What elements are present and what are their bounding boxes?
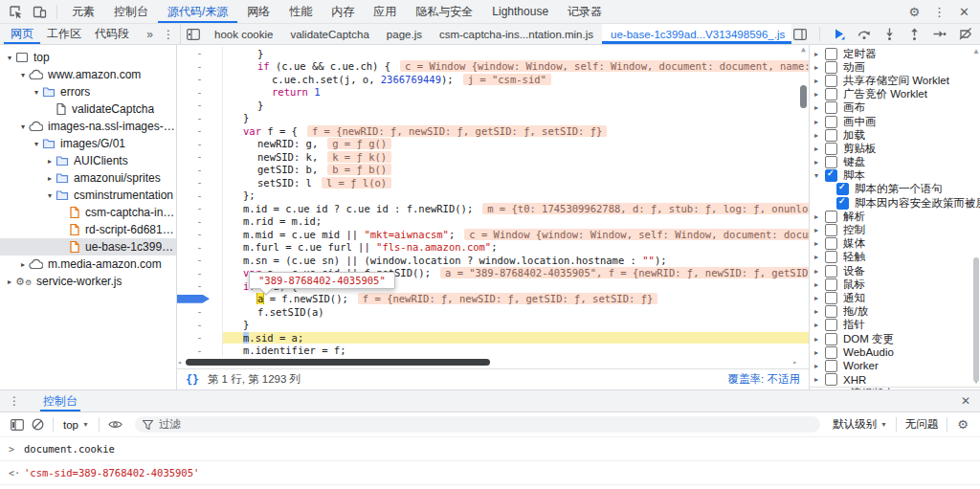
breakpoint-item[interactable]: ▸加载 [810, 128, 980, 142]
breakpoint-item[interactable]: ▸键盘 [810, 156, 980, 169]
chevron-right-icon[interactable]: ▸ [814, 362, 825, 370]
breakpoint-item[interactable]: 脚本因内容安全政策而被屏蔽 [810, 196, 980, 210]
chevron-right-icon[interactable]: ▸ [814, 103, 825, 112]
chevron-right-icon[interactable]: ▸ [44, 157, 56, 166]
main-tab-内存[interactable]: 内存 [322, 0, 364, 23]
chevron-right-icon[interactable]: ▸ [814, 294, 825, 302]
scroll-up-arrow-icon[interactable]: ▲ [972, 47, 980, 56]
breakpoint-checkbox[interactable] [836, 197, 849, 210]
breakpoint-checkbox[interactable] [825, 251, 837, 263]
chevron-right-icon[interactable]: ▸ [44, 174, 56, 183]
tree-item-errors[interactable]: ▾errors [0, 83, 176, 100]
code-editor[interactable]: -}-if (c.ue && c.ue.ch) {c = Window {win… [177, 45, 809, 368]
gutter-fold-marker[interactable]: - [177, 305, 223, 319]
issues-counter[interactable]: 无问题 [902, 417, 943, 432]
gutter-fold-marker[interactable]: - [177, 331, 223, 345]
tree-item-imagesG01[interactable]: ▾images/G/01 [0, 135, 176, 152]
breakpoint-checkbox[interactable] [825, 224, 837, 236]
gutter-fold-marker[interactable]: - [177, 189, 223, 203]
breakpoint-checkbox[interactable] [825, 129, 837, 142]
log-level-selector[interactable]: 默认级别▼ [829, 417, 891, 432]
chevron-right-icon[interactable]: ▸ [4, 278, 15, 286]
gutter-fold-marker[interactable]: - [177, 86, 223, 100]
gutter-fold-marker[interactable]: - [177, 254, 223, 267]
main-tab-应用[interactable]: 应用 [364, 0, 406, 23]
main-tab-元素[interactable]: 元素 [62, 0, 104, 23]
gutter-fold-marker[interactable]: - [177, 267, 223, 280]
gutter-fold-marker[interactable]: - [177, 228, 223, 241]
breakpoint-item[interactable]: ▸鼠标 [810, 278, 980, 291]
drawer-more-menu-icon[interactable]: ⋮ [0, 394, 29, 408]
breakpoint-item[interactable]: ▸解析 [810, 210, 980, 223]
step-into-icon[interactable] [883, 28, 896, 40]
scroll-up-arrow-icon[interactable]: ▲ [798, 45, 809, 54]
chevron-right-icon[interactable]: ▸ [814, 321, 825, 329]
chevron-right-icon[interactable]: ▸ [814, 239, 825, 248]
gutter-fold-marker[interactable]: - [177, 345, 223, 358]
tree-item-images-na.ssl-images-a...[interactable]: ▾images-na.ssl-images-a... [0, 118, 176, 135]
breakpoint-checkbox[interactable] [825, 48, 837, 60]
breakpoints-scroll-thumb[interactable] [973, 257, 979, 382]
context-selector[interactable]: top▼ [58, 419, 94, 431]
breakpoint-item[interactable]: ▸Worker [810, 359, 980, 372]
breakpoint-checkbox[interactable] [825, 305, 837, 318]
breakpoint-item[interactable]: ▸广告竞价 Worklet [810, 88, 980, 101]
chevron-right-icon[interactable]: ▸ [814, 131, 825, 140]
gutter-fold-marker[interactable]: - [177, 47, 223, 60]
file-tab[interactable]: ue-base-1c399ad...V313498596_.js✕ [602, 24, 791, 44]
resume-script-icon[interactable] [833, 28, 845, 40]
breakpoint-checkbox[interactable] [825, 265, 837, 278]
tree-item-m.media-amazon.com[interactable]: ▸m.media-amazon.com [0, 256, 176, 273]
csp-violation-breakpoints-section[interactable]: ▸CSP 违规断点 [810, 387, 980, 389]
breakpoint-checkbox[interactable] [825, 237, 837, 250]
editor-horizontal-scrollbar[interactable]: ◂ ▸ [177, 358, 797, 367]
file-tab[interactable]: page.js [378, 24, 431, 44]
breakpoint-checkbox[interactable] [836, 183, 849, 195]
settings-gear-icon[interactable]: ⚙ [902, 5, 926, 19]
main-tab-网络[interactable]: 网络 [237, 0, 279, 23]
gutter-fold-marker[interactable]: - [177, 293, 223, 306]
breakpoint-checkbox[interactable] [825, 116, 837, 128]
breakpoint-item[interactable]: ▸设备 [810, 264, 980, 278]
breakpoint-item[interactable]: ▸动画 [810, 60, 980, 74]
nav-overflow-chevron[interactable]: » [143, 28, 157, 41]
gutter-fold-marker[interactable]: - [177, 60, 223, 74]
breakpoint-checkbox[interactable] [825, 278, 837, 291]
breakpoint-checkbox[interactable] [825, 143, 837, 155]
navigator-tab-网页[interactable]: 网页 [4, 24, 40, 44]
console-messages[interactable]: >document.cookie<·'csm-sid=389-8768402-4… [0, 437, 980, 489]
breakpoint-item[interactable]: ▸画布 [810, 101, 980, 115]
more-menu-icon[interactable]: ⋮ [926, 5, 952, 19]
breakpoint-item[interactable]: ▸指针 [810, 319, 980, 332]
chevron-right-icon[interactable]: ▸ [814, 280, 825, 289]
scroll-left-arrow-icon[interactable]: ◂ [177, 358, 182, 367]
breakpoint-item[interactable]: ▸画中画 [810, 115, 980, 128]
gutter-fold-marker[interactable]: - [177, 215, 223, 229]
navigator-tab-代码段[interactable]: 代码段 [88, 24, 136, 44]
console-filter-input[interactable]: 过滤 [135, 416, 820, 433]
scroll-right-arrow-icon[interactable]: ▸ [792, 358, 797, 367]
tree-item-ue-base-1c399ad9...[interactable]: ue-base-1c399ad9... [0, 238, 176, 256]
gutter-fold-marker[interactable]: - [177, 99, 223, 112]
main-tab-源代码/来源[interactable]: 源代码/来源 [158, 0, 237, 23]
chevron-right-icon[interactable]: ▸ [814, 335, 825, 344]
gutter-fold-marker[interactable]: - [177, 319, 223, 332]
gutter-fold-marker[interactable]: - [177, 124, 223, 138]
step-icon[interactable] [933, 28, 947, 40]
breakpoint-checkbox[interactable] [825, 61, 837, 74]
close-devtools-icon[interactable]: ✕ [952, 5, 976, 19]
tree-item-rd-script-6d68177...[interactable]: rd-script-6d68177... [0, 221, 176, 238]
breakpoint-item[interactable]: ▸通知 [810, 291, 980, 304]
gutter-fold-marker[interactable]: - [177, 138, 223, 151]
gutter-fold-marker[interactable]: - [177, 202, 223, 215]
chevron-down-icon[interactable]: ▾ [17, 122, 29, 131]
device-toolbar-icon[interactable] [28, 3, 52, 21]
chevron-down-icon[interactable]: ▾ [17, 71, 29, 79]
gutter-fold-marker[interactable]: - [177, 112, 223, 125]
breakpoint-checkbox[interactable] [825, 333, 837, 345]
coverage-link[interactable]: 覆盖率: 不适用 [728, 372, 800, 387]
chevron-down-icon[interactable]: ▾ [31, 88, 42, 97]
chevron-right-icon[interactable]: ▸ [814, 267, 825, 276]
tree-item-AUIClients[interactable]: ▸AUIClients [0, 152, 176, 169]
tree-item-validateCaptcha[interactable]: validateCaptcha [0, 100, 176, 118]
